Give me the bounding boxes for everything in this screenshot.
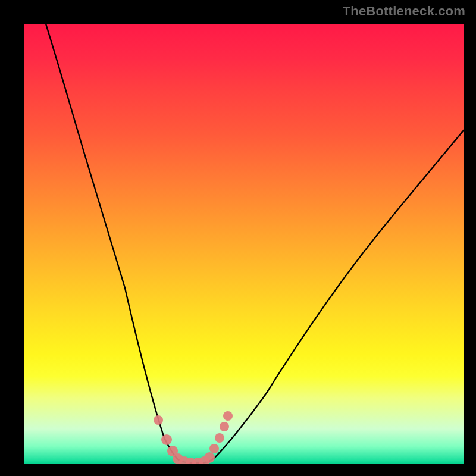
svg-point-10	[215, 433, 224, 443]
svg-point-0	[154, 415, 163, 425]
right-curve	[214, 130, 464, 458]
left-curve	[46, 24, 180, 461]
chart-svg	[24, 24, 464, 464]
marker-dots	[154, 411, 233, 464]
svg-point-9	[209, 444, 219, 453]
svg-point-1	[161, 434, 172, 445]
svg-point-8	[204, 452, 215, 463]
svg-point-12	[223, 411, 233, 421]
watermark-text: TheBottleneck.com	[343, 4, 465, 19]
chart-frame: TheBottleneck.com	[0, 0, 476, 476]
svg-point-11	[220, 422, 229, 431]
plot-area	[24, 24, 464, 464]
